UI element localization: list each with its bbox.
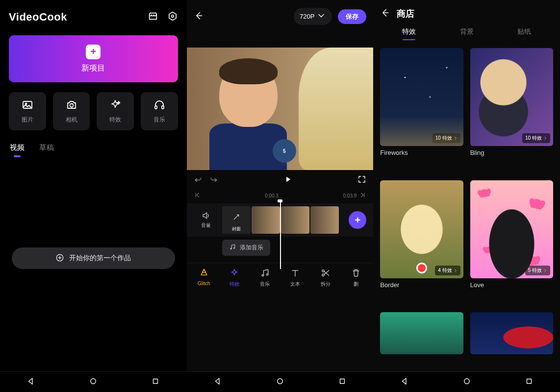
add-circle-icon [55, 253, 64, 264]
count-badge: 4 特效 [435, 266, 460, 275]
play-icon[interactable] [283, 175, 292, 186]
android-navbar [373, 371, 560, 392]
card-thumbnail: 5 特效 [470, 180, 553, 278]
store-tab-stickers[interactable]: 贴纸 [517, 27, 531, 40]
camera-icon [66, 99, 77, 113]
svg-point-7 [91, 378, 96, 384]
store-screen: 商店 特效 背景 贴纸 10 特效 Fireworks 10 特效 Bling … [373, 0, 560, 392]
count-badge: 5 特效 [525, 266, 550, 275]
store-grid[interactable]: 10 特效 Fireworks 10 特效 Bling 4 特效 Border [373, 43, 560, 371]
card-title: Fireworks [380, 149, 463, 156]
store-tab-effects[interactable]: 特效 [402, 27, 416, 40]
music-icon [229, 244, 236, 252]
card-thumbnail: 10 特效 [470, 48, 553, 146]
effect-card-partial[interactable] [380, 312, 463, 371]
card-title: Bling [470, 149, 553, 156]
delete-icon [351, 268, 361, 279]
effect-card-border[interactable]: 4 特效 Border [380, 180, 463, 306]
settings-icon[interactable] [167, 11, 178, 24]
card-thumbnail [470, 312, 553, 354]
tool-delete[interactable]: 删 [343, 268, 369, 288]
tile-effects[interactable]: 特效 [97, 92, 134, 130]
tool-text[interactable]: 文本 [282, 268, 308, 288]
start-first-project-button[interactable]: 开始你的第一个作品 [12, 247, 175, 269]
store-tab-background[interactable]: 背景 [460, 27, 474, 40]
home-screen: VideoCook + 新项目 图片 相机 特效 音乐 视频 草稿 [0, 0, 187, 392]
tile-camera[interactable]: 相机 [53, 92, 90, 130]
nav-back-icon[interactable] [213, 377, 222, 388]
effect-card-bling[interactable]: 10 特效 Bling [470, 48, 553, 173]
fullscreen-icon[interactable] [357, 177, 366, 185]
svg-rect-16 [340, 379, 344, 383]
skip-start-icon[interactable] [194, 192, 201, 199]
effect-card-fireworks[interactable]: 10 特效 Fireworks [380, 48, 463, 173]
text-icon [290, 268, 300, 279]
resolution-value: 720P [300, 13, 314, 20]
nav-recent-icon[interactable] [338, 377, 347, 388]
back-icon[interactable] [194, 11, 204, 23]
nav-recent-icon[interactable] [525, 377, 534, 388]
tile-image[interactable]: 图片 [9, 92, 46, 130]
tool-effects[interactable]: 特效 [222, 268, 247, 288]
store-title: 商店 [397, 8, 414, 20]
effect-card-partial[interactable] [470, 312, 553, 371]
card-thumbnail [380, 312, 463, 354]
editor-screen: 720P 保存 5 0:00.3 0:03.9 音量 [187, 0, 374, 392]
nav-home-icon[interactable] [462, 377, 471, 388]
preview-frame: 5 [187, 48, 374, 170]
video-preview[interactable]: 5 [187, 48, 374, 170]
svg-point-17 [464, 378, 469, 384]
tab-video[interactable]: 视频 [10, 143, 25, 156]
nav-home-icon[interactable] [89, 377, 98, 388]
tile-music[interactable]: 音乐 [141, 92, 178, 130]
svg-point-3 [70, 103, 73, 107]
add-music-button[interactable]: 添加音乐 [222, 240, 270, 256]
current-time: 0:00.3 [265, 193, 279, 198]
back-icon[interactable] [380, 8, 390, 20]
effect-card-love[interactable]: 5 特效 Love [470, 180, 553, 306]
volume-button[interactable]: 音量 [194, 211, 218, 229]
app-logo: VideoCook [9, 11, 67, 24]
svg-point-9 [230, 248, 231, 249]
mic-overlay: 5 [273, 139, 296, 163]
tool-music[interactable]: 音乐 [252, 268, 278, 288]
clip-segment[interactable] [252, 206, 280, 234]
record-icon [416, 263, 427, 273]
svg-point-15 [278, 378, 283, 384]
tool-split[interactable]: 拆分 [313, 268, 338, 288]
clip-cover[interactable]: 封面 [222, 206, 251, 234]
svg-rect-4 [155, 106, 157, 109]
svg-point-11 [262, 274, 263, 276]
store-icon[interactable] [148, 11, 158, 24]
tile-label: 图片 [22, 116, 33, 124]
resolution-selector[interactable]: 720P [294, 8, 332, 25]
nav-home-icon[interactable] [276, 377, 284, 388]
header-actions [148, 11, 178, 24]
clip-segment[interactable] [310, 206, 339, 234]
android-navbar [187, 371, 374, 392]
nav-back-icon[interactable] [400, 377, 409, 388]
sparkle-icon [109, 99, 121, 113]
clip-segment[interactable] [281, 206, 309, 234]
store-tabs: 特效 背景 贴纸 [373, 24, 560, 43]
svg-point-0 [171, 15, 174, 18]
tab-drafts[interactable]: 草稿 [39, 143, 54, 156]
nav-recent-icon[interactable] [151, 377, 160, 388]
skip-end-icon[interactable] [359, 192, 366, 199]
quick-actions: 图片 相机 特效 音乐 [0, 92, 187, 130]
tool-glitch[interactable]: Glitch [191, 268, 217, 288]
nav-back-icon[interactable] [26, 377, 35, 388]
split-icon [321, 268, 331, 279]
svg-rect-8 [153, 379, 158, 383]
card-thumbnail: 10 特效 [380, 48, 463, 146]
new-project-label: 新项目 [81, 63, 105, 74]
redo-icon[interactable] [209, 175, 218, 186]
add-clip-button[interactable]: + [349, 211, 366, 229]
home-header: VideoCook [0, 0, 187, 31]
headphones-icon [153, 99, 165, 113]
plus-icon: + [86, 45, 101, 59]
preview-controls [187, 170, 374, 191]
new-project-button[interactable]: + 新项目 [9, 35, 178, 82]
save-button[interactable]: 保存 [338, 9, 366, 24]
undo-icon[interactable] [194, 175, 203, 186]
